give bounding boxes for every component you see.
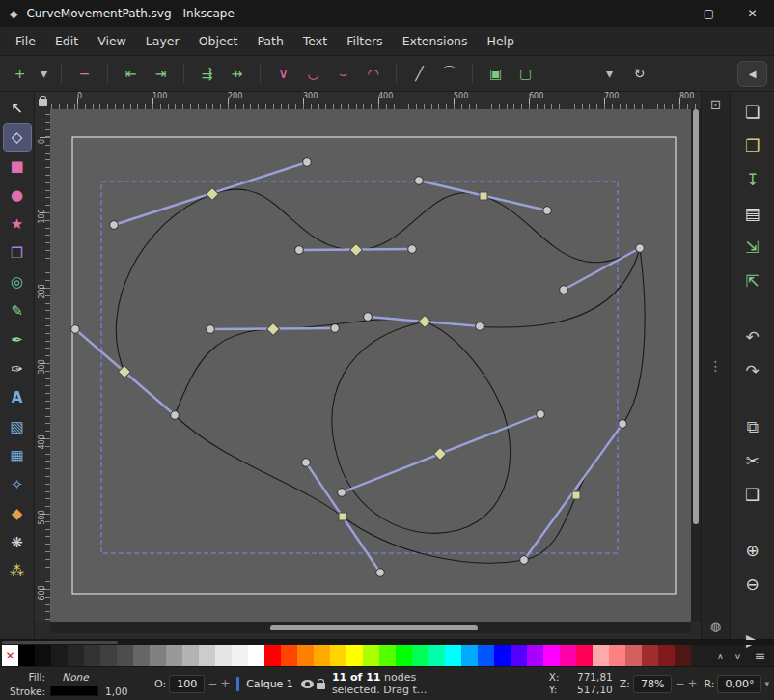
- palette-swatch[interactable]: [675, 645, 691, 666]
- opacity-input[interactable]: 100: [169, 675, 205, 693]
- control-handle[interactable]: [476, 322, 484, 331]
- menu-layer[interactable]: Layer: [136, 28, 189, 54]
- dropper-tool-button[interactable]: ✧: [4, 471, 31, 498]
- menu-object[interactable]: Object: [189, 28, 248, 54]
- palette-swatch[interactable]: [18, 645, 35, 666]
- control-handle[interactable]: [408, 245, 417, 254]
- close-button[interactable]: ✕: [731, 0, 774, 27]
- snap-toolbar-overflow-icon[interactable]: ⋮: [709, 358, 723, 374]
- control-handle[interactable]: [331, 324, 340, 333]
- path-node-square[interactable]: [572, 491, 580, 499]
- palette-swatch[interactable]: [150, 645, 166, 666]
- node-tool-button[interactable]: ◇: [4, 124, 31, 151]
- menu-file[interactable]: File: [6, 28, 45, 54]
- rotation-menu-chevron-icon[interactable]: ▾: [764, 679, 769, 688]
- control-handle[interactable]: [636, 244, 645, 253]
- node-smooth-button[interactable]: ◡: [300, 61, 326, 87]
- segment-curve-button[interactable]: ⌒: [436, 61, 462, 87]
- vertical-ruler[interactable]: 0100200300400500600: [35, 109, 50, 622]
- opacity-decrease-button[interactable]: −: [207, 677, 217, 690]
- palette-swatch[interactable]: [297, 645, 314, 666]
- control-handle[interactable]: [376, 569, 385, 577]
- zoom-input[interactable]: 78%: [633, 675, 672, 693]
- menu-path[interactable]: Path: [247, 28, 292, 54]
- coordinates-menu-button[interactable]: ▾: [596, 61, 622, 87]
- snap-controls-icon[interactable]: ◍: [710, 619, 721, 633]
- save-document-button[interactable]: ↧: [737, 165, 768, 194]
- break-path-at-node-button[interactable]: ⇤: [118, 61, 144, 87]
- control-handle[interactable]: [520, 556, 529, 565]
- segment-line-button[interactable]: ╱: [406, 61, 432, 87]
- palette-swatch[interactable]: [428, 645, 445, 666]
- palette-swatch[interactable]: [625, 645, 642, 666]
- palette-swatch[interactable]: [84, 645, 100, 666]
- gradient-tool-button[interactable]: ▧: [4, 413, 31, 440]
- palette-swatch[interactable]: [166, 645, 182, 666]
- snap-bar-collapse-button[interactable]: ◀: [737, 61, 767, 87]
- redo-button[interactable]: ↷: [737, 356, 768, 385]
- palette-scrollbar-thumb[interactable]: [2, 641, 118, 644]
- zoom-decrease-button[interactable]: −: [675, 677, 684, 690]
- horizontal-scrollbar[interactable]: [50, 622, 691, 633]
- box-3d-tool-button[interactable]: ❒: [4, 239, 31, 266]
- fill-value[interactable]: None: [50, 671, 100, 683]
- insert-node-menu-button[interactable]: ▾: [37, 61, 51, 87]
- spiral-tool-button[interactable]: ◎: [4, 268, 31, 295]
- palette-swatch[interactable]: [232, 645, 248, 666]
- palette-menu-icon[interactable]: ≡: [753, 648, 767, 663]
- spray-tool-button[interactable]: ⁂: [4, 558, 31, 585]
- mesh-gradient-tool-button[interactable]: ▦: [4, 442, 31, 469]
- palette-swatch[interactable]: [281, 645, 297, 666]
- paint-bucket-tool-button[interactable]: ◆: [4, 500, 31, 527]
- layer-lock-icon[interactable]: [317, 683, 325, 689]
- palette-swatch[interactable]: [133, 645, 150, 666]
- control-handle[interactable]: [338, 489, 346, 497]
- layer-visibility-eye-icon[interactable]: [301, 680, 314, 688]
- open-document-button[interactable]: ❐: [737, 131, 768, 160]
- palette-swatch-none[interactable]: ✕: [2, 645, 18, 666]
- control-handle[interactable]: [303, 158, 312, 167]
- menu-help[interactable]: Help: [478, 28, 525, 54]
- palette-swatch[interactable]: [478, 645, 494, 666]
- undo-button[interactable]: ↶: [737, 322, 768, 351]
- palette-swatch[interactable]: [363, 645, 379, 666]
- minimize-button[interactable]: –: [644, 0, 687, 27]
- cut-button[interactable]: ✂: [737, 446, 768, 475]
- control-handle[interactable]: [207, 325, 215, 334]
- palette-swatch[interactable]: [215, 645, 232, 666]
- menu-text[interactable]: Text: [293, 28, 337, 54]
- zoom-increase-button[interactable]: +: [687, 677, 697, 690]
- palette-swatch[interactable]: [609, 645, 625, 666]
- palette-swatch[interactable]: [264, 645, 281, 666]
- palette-swatch[interactable]: [412, 645, 428, 666]
- duplicate-button[interactable]: ⧉: [737, 412, 768, 441]
- palette-swatch[interactable]: [346, 645, 363, 666]
- fill-stroke-indicator[interactable]: Fill: None Stroke: 1,00: [5, 670, 148, 697]
- horizontal-ruler[interactable]: 0100200300400500600700800: [50, 92, 701, 109]
- opacity-increase-button[interactable]: +: [220, 677, 230, 690]
- pencil-tool-button[interactable]: ✎: [4, 297, 31, 324]
- palette-swatch[interactable]: [248, 645, 264, 666]
- palette-swatch[interactable]: [494, 645, 511, 666]
- print-document-button[interactable]: ▤: [737, 199, 768, 228]
- control-handle[interactable]: [110, 221, 119, 230]
- show-transform-handles-button[interactable]: ↻: [626, 61, 652, 87]
- vertical-scrollbar[interactable]: [691, 109, 701, 622]
- palette-swatch[interactable]: [35, 645, 51, 666]
- control-handle[interactable]: [619, 420, 627, 429]
- palette-swatch[interactable]: [117, 645, 133, 666]
- palette-scroll-up-icon[interactable]: ∧: [713, 651, 728, 661]
- delete-segment-button[interactable]: ⇸: [224, 61, 250, 87]
- node-corner-button[interactable]: ∨: [270, 61, 296, 87]
- palette-swatch[interactable]: [560, 645, 576, 666]
- vertical-scrollbar-thumb[interactable]: [693, 109, 699, 524]
- menu-extensions[interactable]: Extensions: [393, 28, 478, 54]
- palette-swatch[interactable]: [379, 645, 396, 666]
- rectangle-tool-button[interactable]: ■: [4, 153, 31, 180]
- node-auto-smooth-button[interactable]: ◠: [360, 61, 386, 87]
- join-with-segment-button[interactable]: ⇶: [194, 61, 220, 87]
- ruler-corner[interactable]: [35, 92, 50, 109]
- control-handle[interactable]: [171, 411, 180, 420]
- zoom-to-drawing-button[interactable]: ⊖: [737, 570, 768, 599]
- delete-node-button[interactable]: −: [71, 61, 97, 87]
